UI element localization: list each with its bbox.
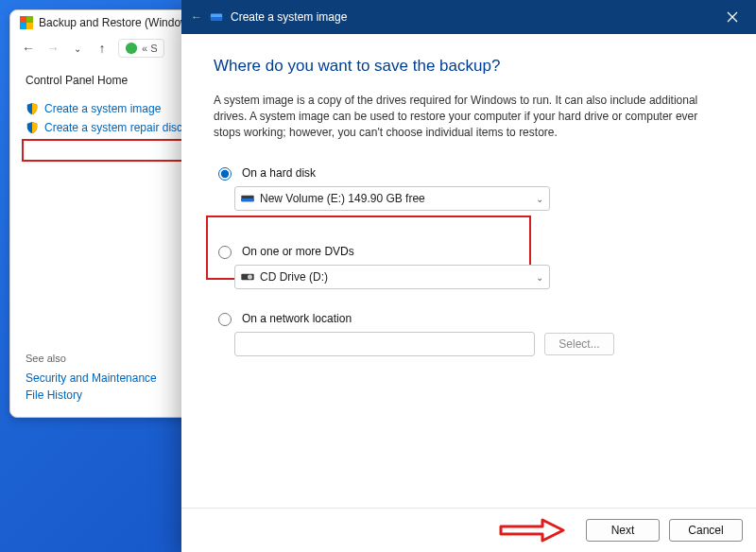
address-text: « S — [142, 43, 158, 54]
svg-point-10 — [248, 275, 252, 280]
option-dvd-label: On one or more DVDs — [242, 245, 354, 258]
svg-rect-6 — [211, 17, 222, 21]
see-also-security-label: Security and Maintenance — [26, 371, 157, 385]
chevron-down-icon: ⌄ — [536, 194, 543, 204]
dvd-combo[interactable]: CD Drive (D:) ⌄ — [234, 265, 550, 289]
dialog-footer: Next Cancel — [181, 508, 756, 552]
shield-icon — [26, 121, 39, 134]
address-icon — [125, 42, 138, 55]
disc-drive-icon — [241, 272, 254, 282]
select-network-button: Select... — [544, 333, 614, 355]
option-network-row[interactable]: On a network location — [214, 310, 724, 326]
window-title-text: Backup and Restore (Window — [39, 16, 189, 29]
radio-network[interactable] — [218, 313, 232, 326]
radio-hard-disk[interactable] — [218, 167, 232, 181]
see-also-file-history-label: File History — [26, 388, 82, 402]
hdd-icon — [241, 194, 254, 203]
close-button[interactable] — [718, 6, 747, 28]
option-hard-disk-row[interactable]: On a hard disk — [214, 164, 724, 181]
back-button[interactable]: ← — [20, 40, 37, 57]
svg-rect-8 — [241, 198, 253, 201]
address-bar[interactable]: « S — [118, 39, 164, 58]
dialog-title-text: Create a system image — [231, 10, 347, 24]
drive-icon — [210, 10, 223, 24]
cancel-button[interactable]: Cancel — [669, 519, 743, 542]
option-hard-disk: On a hard disk New Volume (E:) 149.90 GB… — [214, 164, 724, 211]
network-path-input[interactable] — [234, 332, 535, 356]
up-button[interactable]: ↑ — [94, 40, 111, 57]
dialog-heading: Where do you want to save the backup? — [214, 57, 724, 76]
option-network: On a network location Select... — [214, 310, 724, 356]
svg-rect-3 — [26, 23, 33, 29]
hard-disk-combo[interactable]: New Volume (E:) 149.90 GB free ⌄ — [234, 186, 550, 211]
recent-menu-chevron[interactable]: ⌄ — [69, 40, 86, 57]
option-dvd: On one or more DVDs CD Drive (D:) ⌄ — [214, 243, 724, 289]
see-also-security-link[interactable]: Security and Maintenance — [26, 370, 157, 387]
svg-rect-1 — [26, 16, 33, 23]
close-icon — [727, 11, 738, 23]
chevron-down-icon: ⌄ — [536, 272, 543, 283]
see-also-file-history-link[interactable]: File History — [26, 387, 157, 404]
hard-disk-combo-value: New Volume (E:) 149.90 GB free — [260, 192, 425, 205]
see-also-header: See also — [26, 353, 157, 364]
option-network-label: On a network location — [242, 312, 352, 325]
dialog-description: A system image is a copy of the drives r… — [214, 93, 714, 140]
option-hard-disk-label: On a hard disk — [242, 166, 316, 180]
svg-rect-2 — [20, 23, 26, 29]
control-panel-home-label: Control Panel Home — [26, 74, 128, 87]
shield-icon — [26, 102, 39, 115]
next-button[interactable]: Next — [586, 519, 660, 542]
dialog-body: Where do you want to save the backup? A … — [181, 34, 756, 508]
shield-icon — [20, 16, 33, 29]
see-also-section: See also Security and Maintenance File H… — [26, 353, 157, 404]
create-system-image-dialog: ← Create a system image Where do you wan… — [181, 0, 756, 552]
create-system-image-label: Create a system image — [44, 102, 161, 115]
back-arrow-icon[interactable]: ← — [191, 10, 202, 24]
radio-dvd[interactable] — [218, 246, 232, 259]
svg-rect-0 — [20, 16, 26, 23]
option-dvd-row[interactable]: On one or more DVDs — [214, 243, 724, 259]
annotation-arrow-icon — [499, 518, 565, 543]
dialog-title-bar: ← Create a system image — [181, 0, 756, 34]
forward-button[interactable]: → — [44, 40, 61, 57]
svg-point-4 — [126, 43, 137, 54]
create-repair-disc-label: Create a system repair disc — [44, 121, 182, 134]
dvd-combo-value: CD Drive (D:) — [260, 270, 328, 284]
